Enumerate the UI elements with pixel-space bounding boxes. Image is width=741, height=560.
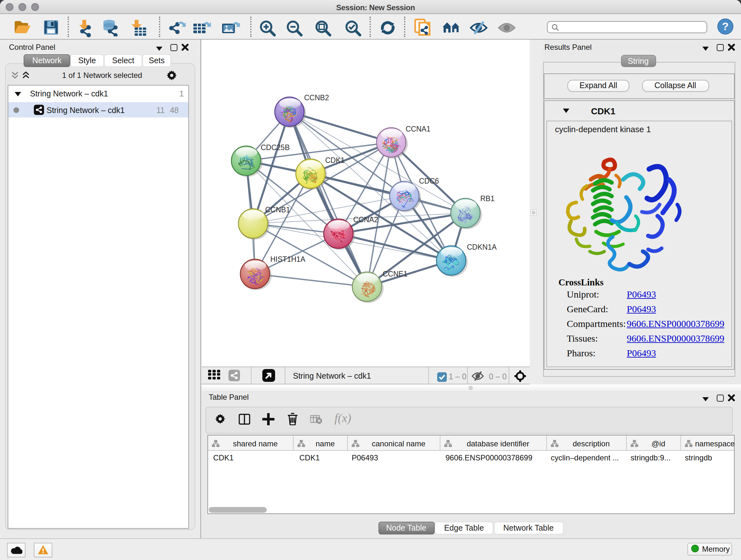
svg-text:CDKN1A: CDKN1A: [467, 243, 497, 251]
svg-text:CCNA2: CCNA2: [353, 215, 378, 224]
svg-text:RB1: RB1: [480, 194, 495, 203]
svg-text:CCNA1: CCNA1: [406, 125, 430, 133]
svg-text:CCNB1: CCNB1: [265, 206, 290, 214]
svg-text:CDC6: CDC6: [419, 177, 439, 185]
svg-text:CCNB2: CCNB2: [304, 94, 329, 102]
svg-text:CDK1: CDK1: [325, 156, 345, 165]
svg-text:HIST1H1A: HIST1H1A: [270, 255, 306, 263]
svg-text:CDC25B: CDC25B: [261, 143, 290, 152]
svg-text:CCNE1: CCNE1: [383, 270, 408, 278]
